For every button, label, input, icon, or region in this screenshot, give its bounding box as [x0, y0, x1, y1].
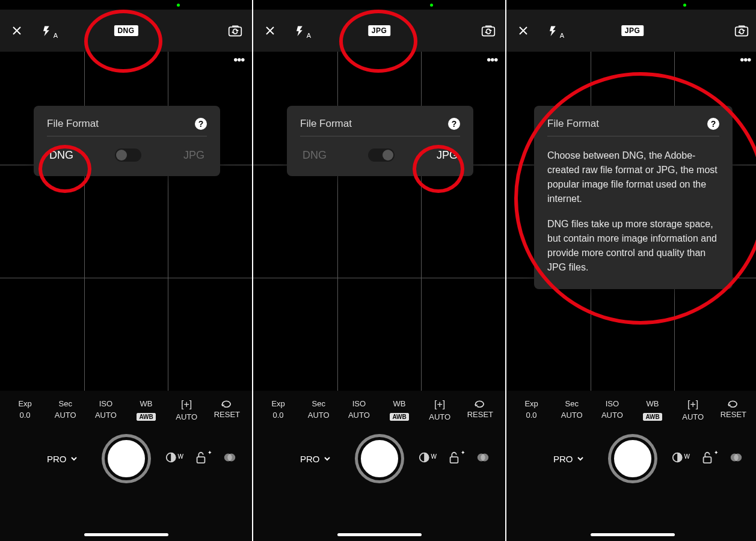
flash-mode-label: A	[307, 32, 311, 39]
pro-white-balance[interactable]: WBAWB	[131, 399, 162, 421]
svg-rect-10	[736, 27, 748, 36]
svg-rect-12	[704, 457, 711, 463]
shutter-button[interactable]	[105, 437, 148, 480]
svg-rect-5	[482, 27, 495, 36]
bottom-panel: Exp0.0 SecAUTO ISOAUTO WBAWB [+]AUTO RES…	[0, 391, 252, 541]
popup-title: File Format	[300, 118, 352, 130]
lens-selector[interactable]: W	[419, 451, 432, 466]
flash-mode-label: A	[560, 32, 564, 39]
overlay-icon[interactable]	[476, 451, 490, 466]
status-dot	[683, 4, 686, 7]
pro-white-balance[interactable]: WBAWB	[384, 399, 415, 421]
popup-title: File Format	[547, 118, 599, 130]
pro-focus[interactable]: [+]AUTO	[424, 399, 455, 421]
help-icon[interactable]: ?	[707, 118, 719, 130]
pro-controls-row: Exp0.0 SecAUTO ISOAUTO WBAWB [+]AUTO RES…	[0, 391, 252, 421]
close-icon[interactable]	[516, 23, 530, 38]
pro-iso[interactable]: ISOAUTO	[90, 399, 121, 421]
more-menu-icon[interactable]: •••	[740, 58, 751, 62]
format-toggle[interactable]	[115, 148, 141, 162]
switch-camera-icon[interactable]	[228, 23, 242, 38]
format-toggle[interactable]	[368, 148, 395, 162]
more-menu-icon[interactable]: •••	[234, 58, 245, 62]
close-icon[interactable]	[263, 23, 277, 38]
camera-screen-2: A JPG ••• File Format ? DNG JPG Exp0.0 S…	[253, 0, 505, 541]
file-format-popup: File Format ? DNG JPG	[34, 106, 220, 176]
overlay-icon[interactable]	[730, 451, 743, 466]
pro-iso[interactable]: ISOAUTO	[597, 399, 628, 421]
popup-help-text: Choose between DNG, the Adobe-created ra…	[547, 148, 719, 275]
overlay-icon[interactable]	[223, 451, 236, 466]
pro-shutter-speed[interactable]: SecAUTO	[303, 399, 334, 421]
lock-icon[interactable]: ✦	[701, 451, 714, 466]
format-badge[interactable]: JPG	[368, 25, 391, 36]
svg-rect-0	[229, 27, 242, 36]
bottom-panel: Exp0.0 SecAUTO ISOAUTO WBAWB [+]AUTO RES…	[506, 391, 756, 541]
flash-icon[interactable]: A	[293, 23, 307, 38]
svg-rect-7	[450, 457, 458, 463]
mode-selector[interactable]: PRO	[47, 454, 78, 464]
status-dot	[177, 4, 180, 7]
format-option-jpg[interactable]: JPG	[183, 149, 204, 162]
shutter-button[interactable]	[358, 437, 401, 480]
pro-shutter-speed[interactable]: SecAUTO	[556, 399, 588, 421]
svg-point-14	[734, 454, 742, 462]
pro-exposure[interactable]: Exp0.0	[263, 399, 294, 421]
flash-icon[interactable]: A	[40, 23, 54, 38]
pro-white-balance[interactable]: WBAWB	[637, 399, 668, 421]
pro-focus[interactable]: [+]AUTO	[171, 399, 202, 421]
format-badge[interactable]: JPG	[621, 25, 644, 36]
pro-iso[interactable]: ISOAUTO	[343, 399, 375, 421]
flash-mode-label: A	[54, 32, 58, 39]
bottom-panel: Exp0.0 SecAUTO ISOAUTO WBAWB [+]AUTO RES…	[253, 391, 505, 541]
home-indicator[interactable]	[337, 533, 422, 536]
camera-screen-3: A JPG ••• File Format ? Choose between D…	[506, 0, 756, 541]
file-format-popup: File Format ? DNG JPG	[287, 106, 473, 176]
file-format-help-popup: File Format ? Choose between DNG, the Ad…	[534, 106, 733, 289]
lock-icon[interactable]: ✦	[447, 451, 461, 466]
pro-reset[interactable]: RESET	[211, 399, 242, 421]
pro-reset[interactable]: RESET	[464, 399, 496, 421]
pro-controls-row: Exp0.0 SecAUTO ISOAUTO WBAWB [+]AUTO RES…	[253, 391, 505, 421]
viewfinder[interactable]: •••	[0, 52, 252, 391]
chevron-down-icon	[70, 455, 78, 462]
pro-reset[interactable]: RESET	[718, 399, 749, 421]
pro-shutter-speed[interactable]: SecAUTO	[50, 399, 81, 421]
switch-camera-icon[interactable]	[481, 23, 496, 38]
viewfinder[interactable]: •••	[253, 52, 505, 391]
popup-title: File Format	[47, 118, 99, 130]
status-bar	[253, 0, 505, 10]
format-option-dng[interactable]: DNG	[303, 149, 327, 162]
pro-controls-row: Exp0.0 SecAUTO ISOAUTO WBAWB [+]AUTO RES…	[506, 391, 756, 421]
lens-selector[interactable]: W	[672, 451, 685, 466]
svg-point-4	[227, 454, 235, 462]
shutter-button[interactable]	[611, 437, 654, 480]
pro-focus[interactable]: [+]AUTO	[677, 399, 708, 421]
pro-exposure[interactable]: Exp0.0	[10, 399, 41, 421]
help-icon[interactable]: ?	[448, 118, 460, 130]
home-indicator[interactable]	[591, 533, 675, 536]
help-icon[interactable]: ?	[195, 118, 207, 130]
svg-rect-2	[197, 457, 205, 463]
top-bar: A DNG	[0, 10, 252, 52]
mode-selector[interactable]: PRO	[553, 454, 584, 464]
more-menu-icon[interactable]: •••	[487, 58, 498, 62]
format-option-dng[interactable]: DNG	[49, 149, 73, 162]
svg-point-9	[481, 454, 488, 462]
top-bar: A JPG	[506, 10, 756, 52]
status-dot	[430, 4, 433, 7]
chevron-down-icon	[324, 455, 331, 462]
top-bar: A JPG	[253, 10, 505, 52]
switch-camera-icon[interactable]	[734, 23, 749, 38]
pro-exposure[interactable]: Exp0.0	[516, 399, 547, 421]
status-bar	[506, 0, 756, 10]
close-icon[interactable]	[10, 23, 24, 38]
lens-selector[interactable]: W	[165, 451, 179, 466]
format-badge[interactable]: DNG	[114, 25, 138, 36]
mode-selector[interactable]: PRO	[300, 454, 331, 464]
lock-icon[interactable]: ✦	[194, 451, 207, 466]
format-option-jpg[interactable]: JPG	[437, 149, 458, 162]
home-indicator[interactable]	[84, 533, 168, 536]
camera-screen-1: A DNG ••• File Format ? DNG JPG Exp0.0 S…	[0, 0, 252, 541]
flash-icon[interactable]: A	[546, 23, 561, 38]
